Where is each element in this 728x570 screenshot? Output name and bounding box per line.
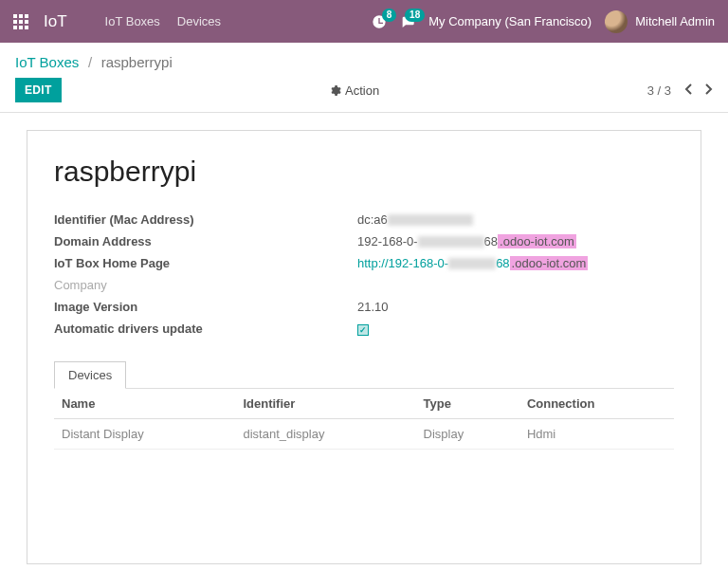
company-switcher[interactable]: My Company (San Francisco)	[428, 14, 592, 28]
brand[interactable]: IoT	[44, 12, 67, 31]
activity-badge: 8	[382, 9, 397, 22]
tabs: Devices	[54, 360, 674, 389]
field-label-auto-update: Automatic drivers update	[54, 322, 357, 336]
field-label-image-version: Image Version	[54, 300, 357, 314]
col-name[interactable]: Name	[54, 389, 235, 419]
cell-connection: Hdmi	[519, 419, 674, 450]
action-label: Action	[345, 83, 379, 98]
pager-prev-icon[interactable]	[684, 83, 692, 98]
apps-icon[interactable]	[13, 14, 28, 29]
breadcrumb: IoT Boxes / raspberrypi	[0, 43, 728, 74]
avatar	[605, 10, 628, 33]
table-row[interactable]: Distant Display distant_display Display …	[54, 419, 674, 450]
field-label-company: Company	[54, 278, 357, 292]
pager-next-icon[interactable]	[705, 83, 713, 98]
pager: 3 / 3	[647, 83, 713, 98]
breadcrumb-sep: /	[88, 54, 92, 70]
nav-link-iot-boxes[interactable]: IoT Boxes	[105, 14, 160, 28]
cell-identifier: distant_display	[235, 419, 415, 450]
field-value-auto-update	[357, 322, 674, 336]
navbar: IoT IoT Boxes Devices 8 18 My Company (S…	[0, 0, 728, 43]
cell-name: Distant Display	[54, 419, 235, 450]
devices-table: Name Identifier Type Connection Distant …	[54, 389, 674, 450]
field-value-domain: 192-168-0-68.odoo-iot.com	[357, 234, 674, 248]
field-value-homepage[interactable]: http://192-168-0-68.odoo-iot.com	[357, 256, 674, 270]
breadcrumb-root[interactable]: IoT Boxes	[15, 54, 79, 70]
field-value-image-version: 21.10	[357, 300, 674, 314]
messaging-icon[interactable]: 18	[400, 14, 415, 29]
field-label-domain: Domain Address	[54, 234, 357, 248]
cell-type: Display	[416, 419, 519, 450]
edit-button[interactable]: EDIT	[15, 78, 62, 102]
user-menu[interactable]: Mitchell Admin	[605, 10, 715, 33]
nav-link-devices[interactable]: Devices	[177, 14, 221, 28]
tab-devices[interactable]: Devices	[54, 361, 126, 389]
user-name: Mitchell Admin	[635, 14, 715, 28]
action-menu[interactable]: Action	[62, 83, 647, 98]
field-value-identifier: dc:a6	[357, 212, 674, 227]
col-type[interactable]: Type	[416, 389, 519, 419]
col-connection[interactable]: Connection	[519, 389, 674, 419]
activity-icon[interactable]: 8	[372, 14, 387, 29]
col-identifier[interactable]: Identifier	[235, 389, 415, 419]
record-title: raspberrypi	[54, 156, 674, 188]
checkbox-icon[interactable]	[357, 324, 369, 336]
control-panel: EDIT Action 3 / 3	[0, 74, 728, 113]
sheet-wrap: raspberrypi Identifier (Mac Address) dc:…	[0, 113, 728, 570]
breadcrumb-current: raspberrypi	[101, 54, 173, 70]
form-sheet: raspberrypi Identifier (Mac Address) dc:…	[27, 130, 701, 564]
field-label-homepage: IoT Box Home Page	[54, 256, 357, 270]
pager-text: 3 / 3	[647, 83, 671, 98]
field-label-identifier: Identifier (Mac Address)	[54, 212, 357, 227]
messaging-badge: 18	[405, 9, 425, 22]
